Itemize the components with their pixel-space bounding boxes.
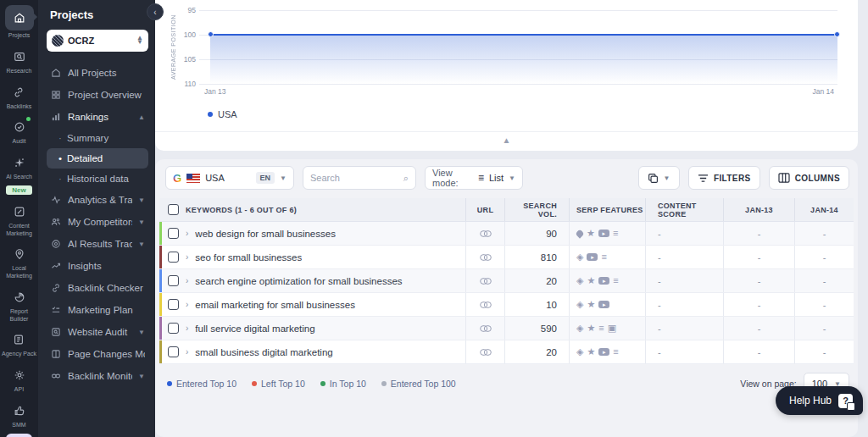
keyword-text: email marketing for small businesses [195, 300, 355, 310]
content-score: - [658, 347, 661, 357]
sidebar-item-label: Page Changes Monitor [68, 349, 145, 359]
help-question-icon: ? [838, 394, 853, 408]
data-point[interactable] [834, 31, 840, 37]
chart-legend-usa[interactable]: USA [208, 109, 237, 119]
rail-item-ai-search[interactable]: AI Search [6, 153, 32, 181]
search-engine-selector[interactable]: G USA EN ▼ [165, 166, 294, 190]
sidebar-item-page-changes-monitor[interactable]: Page Changes Monitor [47, 343, 148, 365]
sidebar-item-marketing-plan[interactable]: Marketing Plan [47, 299, 148, 321]
column-header-serp-features: SERP FEATURES [569, 198, 645, 221]
row-checkbox[interactable] [168, 228, 179, 239]
star-icon: ★ [587, 347, 595, 357]
rail-item-audit[interactable]: Audit [10, 118, 29, 146]
keyword-text: small business digital marketing [195, 347, 332, 357]
sidebar-item-project-overview[interactable]: Project Overview [47, 84, 148, 106]
url-link-icon[interactable] [480, 301, 492, 308]
rail-item-label: Content Marketing [2, 223, 37, 238]
row-checkbox[interactable] [168, 275, 179, 286]
sidebar-item-label: Detailed [67, 153, 145, 163]
table-row[interactable]: ›search engine optimization for small bu… [159, 269, 854, 293]
table-row[interactable]: ›web design for small businesses 90 ★▸≡ … [159, 222, 854, 246]
link-icon [50, 282, 62, 294]
table-row[interactable]: ›full service digital marketing 590 ◈★≡▣… [159, 317, 854, 340]
sidebar-item-label: Insights [68, 261, 145, 271]
url-link-icon[interactable] [480, 230, 492, 237]
sidebar-item-backlink-monitor[interactable]: Backlink Monitor ▼ [47, 365, 148, 387]
rankings-toolbar: G USA EN ▼ ⌕ View mode: ≡ List ▼ ▼ [155, 159, 858, 196]
rail-item-local-marketing[interactable]: Local Marketing [2, 245, 37, 280]
chart-collapse-chevron-icon[interactable]: ▲ [503, 136, 511, 145]
project-sidebar: ‹ Projects OCRZ ▲▼ All Projects Project … [38, 0, 155, 437]
url-link-icon[interactable] [480, 254, 492, 261]
star-icon: ★ [587, 276, 595, 285]
sidebar-item-summary[interactable]: · Summary [47, 128, 148, 148]
legend-entered-top-100: Entered Top 100 [381, 379, 456, 389]
rail-item-smm[interactable]: SMM [10, 401, 29, 429]
map-pin-icon [10, 245, 29, 263]
sidebar-item-historical-data[interactable]: · Historical data [47, 169, 148, 189]
rail-item-content-marketing[interactable]: Content Marketing [2, 202, 37, 238]
rail-item-api[interactable]: API [10, 366, 29, 394]
search-input[interactable] [310, 173, 398, 183]
expand-chevron-icon[interactable]: › [186, 324, 188, 333]
select-all-checkbox[interactable] [168, 204, 179, 215]
url-link-icon[interactable] [480, 278, 492, 285]
url-link-icon[interactable] [480, 325, 492, 332]
audit-magnifier-icon [50, 326, 62, 338]
table-row[interactable]: ›seo for small businesses 810 ◈▸≡ - - - [159, 246, 854, 269]
data-point[interactable] [208, 31, 214, 37]
rankings-panel: G USA EN ▼ ⌕ View mode: ≡ List ▼ ▼ [155, 159, 858, 437]
expand-chevron-icon[interactable]: › [186, 229, 188, 238]
sidebar-item-label: Backlink Checker [68, 283, 145, 293]
rail-item-research[interactable]: Research [7, 47, 32, 75]
rail-item-projects[interactable]: Projects [5, 5, 34, 40]
video-icon: ▸ [598, 301, 609, 308]
page-columns-icon [50, 348, 62, 360]
gear-icon [10, 366, 29, 384]
expand-chevron-icon[interactable]: › [186, 347, 188, 357]
view-mode-selector[interactable]: View mode: ≡ List ▼ [425, 166, 523, 190]
discount-badge[interactable]: -20% [6, 434, 32, 437]
search-volume: 10 [546, 300, 557, 310]
sidebar-item-label: Analytics & Traffic [68, 195, 132, 205]
legend-entered-top-10: Entered Top 10 [167, 379, 236, 389]
table-row[interactable]: ›email marketing for small businesses 10… [159, 293, 854, 317]
expand-chevron-icon[interactable]: › [186, 300, 188, 309]
keyword-text: web design for small businesses [195, 229, 336, 239]
sidebar-item-all-projects[interactable]: All Projects [47, 62, 148, 84]
view-mode-value: List [489, 173, 504, 183]
expand-chevron-icon[interactable]: › [186, 252, 188, 262]
rail-item-backlinks[interactable]: Backlinks [7, 83, 32, 111]
sidebar-item-my-competitors[interactable]: My Competitors ▼ [47, 211, 148, 233]
columns-button[interactable]: COLUMNS [769, 166, 849, 190]
video-icon: ▸ [598, 348, 609, 356]
project-selector[interactable]: OCRZ ▲▼ [47, 30, 148, 52]
video-icon: ▸ [598, 277, 609, 285]
columns-label: COLUMNS [795, 174, 840, 183]
table-row[interactable]: ›small business digital marketing 20 ◈★▸… [159, 340, 854, 364]
filters-button[interactable]: FILTERS [688, 166, 760, 190]
row-checkbox[interactable] [168, 346, 179, 357]
sidebar-item-insights[interactable]: Insights [47, 255, 148, 277]
rail-item-report-builder[interactable]: Report Builder [2, 288, 37, 324]
sidebar-collapse-button[interactable]: ‹ [147, 3, 164, 20]
expand-chevron-icon[interactable]: › [186, 276, 188, 285]
content-score: - [658, 276, 661, 286]
sidebar-item-rankings[interactable]: Rankings ▲ [47, 106, 148, 128]
sidebar-item-website-audit[interactable]: Website Audit ▼ [47, 321, 148, 343]
row-checkbox[interactable] [168, 252, 179, 263]
row-checkbox[interactable] [168, 323, 179, 334]
url-link-icon[interactable] [480, 349, 492, 356]
copy-button[interactable]: ▼ [638, 166, 680, 190]
rail-item-agency-pack[interactable]: Agency Pack [2, 330, 36, 358]
sidebar-item-analytics-traffic[interactable]: Analytics & Traffic ▼ [47, 189, 148, 211]
keyword-search[interactable]: ⌕ [303, 166, 416, 190]
sidebar-item-backlink-checker[interactable]: Backlink Checker [47, 277, 148, 299]
row-checkbox[interactable] [168, 299, 179, 310]
y-tick: 95 [175, 6, 196, 14]
keyword-color-bar [159, 222, 162, 245]
sidebar-item-detailed[interactable]: • Detailed [47, 148, 148, 169]
sidebar-item-ai-results-tracker[interactable]: AI Results Tracker ▼ [47, 233, 148, 255]
rail-item-label: Agency Pack [2, 351, 36, 358]
help-hub-button[interactable]: Help Hub ? [776, 386, 863, 415]
